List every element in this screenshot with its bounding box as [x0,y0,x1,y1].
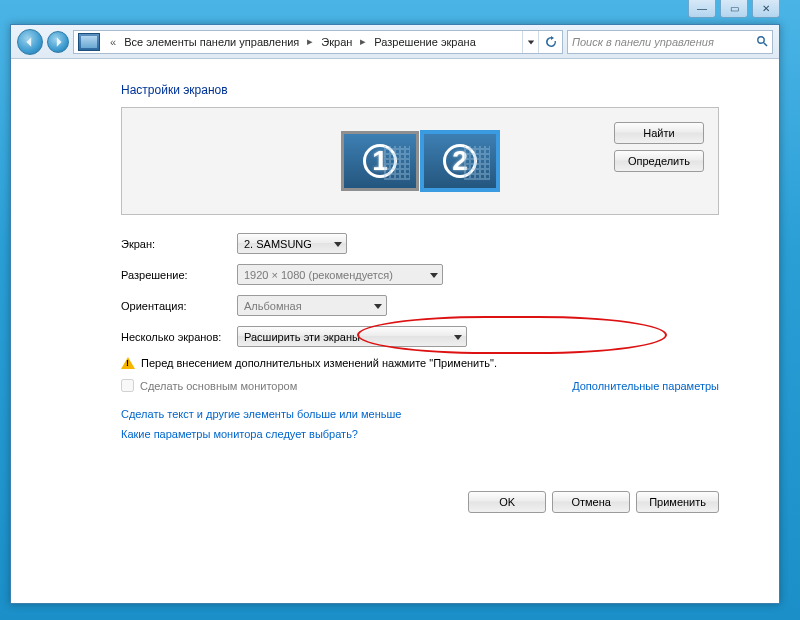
multi-screen-label: Несколько экранов: [121,331,237,343]
apply-button[interactable]: Применить [636,491,719,513]
svg-point-0 [758,36,764,42]
maximize-button[interactable]: ▭ [720,0,748,18]
orientation-label: Ориентация: [121,300,237,312]
breadcrumb-history-dropdown[interactable] [522,31,538,53]
search-placeholder: Поиск в панели управления [572,36,714,48]
warning-icon [121,357,135,369]
control-panel-window: « Все элементы панели управления ▸ Экран… [10,24,780,604]
settings-form: Экран: 2. SAMSUNG Разрешение: 1920 × 108… [121,233,719,440]
identify-button[interactable]: Определить [614,150,704,172]
resolution-value: 1920 × 1080 (рекомендуется) [244,269,393,281]
search-input[interactable]: Поиск в панели управления [567,30,773,54]
maximize-icon: ▭ [730,3,739,14]
find-button[interactable]: Найти [614,122,704,144]
close-icon: ✕ [762,3,770,14]
chevron-right-icon: ▸ [354,35,372,48]
orientation-select[interactable]: Альбомная [237,295,387,316]
resolution-select[interactable]: 1920 × 1080 (рекомендуется) [237,264,443,285]
close-button[interactable]: ✕ [752,0,780,18]
screen-select[interactable]: 2. SAMSUNG [237,233,347,254]
warning-text: Перед внесением дополнительных изменений… [141,357,497,369]
breadcrumb-prefix: « [104,36,122,48]
control-panel-icon [78,33,100,51]
orientation-value: Альбомная [244,300,302,312]
page-title: Настройки экранов [121,83,719,97]
monitor-1[interactable]: 1 [341,131,419,191]
advanced-params-link[interactable]: Дополнительные параметры [572,380,719,392]
chevron-down-icon [454,331,462,343]
monitors-preview: 1 2 Найти Определить [121,107,719,215]
monitor-2[interactable]: 2 [421,131,499,191]
minimize-button[interactable]: — [688,0,716,18]
chevron-down-icon [374,300,382,312]
warning-row: Перед внесением дополнительных изменений… [121,357,719,369]
arrow-right-icon [52,36,64,48]
make-primary-label: Сделать основным монитором [140,380,297,392]
search-icon [756,35,768,49]
multi-screen-select[interactable]: Расширить эти экраны [237,326,467,347]
crumb-all-items[interactable]: Все элементы панели управления [122,36,301,48]
screen-label: Экран: [121,238,237,250]
crumb-screen[interactable]: Экран [319,36,354,48]
resolution-label: Разрешение: [121,269,237,281]
minimize-icon: — [697,3,707,14]
cancel-button[interactable]: Отмена [552,491,630,513]
screen-value: 2. SAMSUNG [244,238,312,250]
monitor-pair: 1 2 [341,131,499,191]
make-primary-checkbox [121,379,134,392]
refresh-button[interactable] [538,31,562,53]
dialog-footer-buttons: OK Отмена Применить [468,491,719,513]
chevron-down-icon [430,269,438,281]
address-bar: « Все элементы панели управления ▸ Экран… [11,25,779,59]
forward-button[interactable] [47,31,69,53]
chevron-down-icon [334,238,342,250]
ok-button[interactable]: OK [468,491,546,513]
arrow-left-icon [24,36,36,48]
chevron-right-icon: ▸ [301,35,319,48]
back-button[interactable] [17,29,43,55]
window-caption-buttons: — ▭ ✕ [688,0,780,22]
content-area: Настройки экранов 1 2 Найти Определить Э… [11,59,779,603]
breadcrumb[interactable]: « Все элементы панели управления ▸ Экран… [73,30,563,54]
preview-side-buttons: Найти Определить [614,122,704,172]
link-text-size[interactable]: Сделать текст и другие элементы больше и… [121,408,719,420]
link-which-params[interactable]: Какие параметры монитора следует выбрать… [121,428,719,440]
help-links: Сделать текст и другие элементы больше и… [121,408,719,440]
crumb-resolution[interactable]: Разрешение экрана [372,36,477,48]
multi-screen-value: Расширить эти экраны [244,331,360,343]
